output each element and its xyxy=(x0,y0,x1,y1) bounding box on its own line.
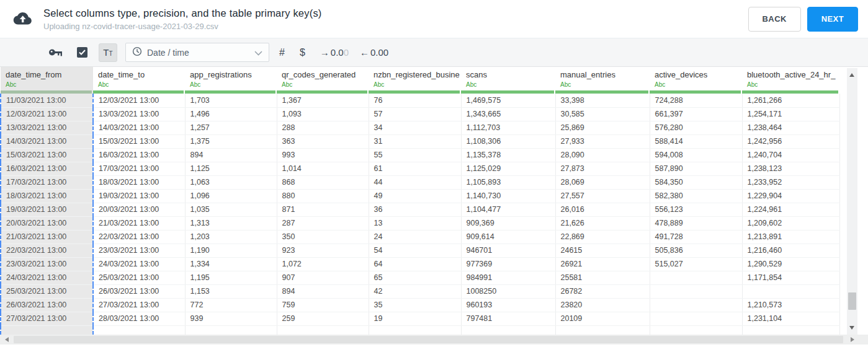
table-cell: 287 xyxy=(277,216,369,230)
table-cell: 25581 xyxy=(555,271,650,284)
table-cell: 1,229,904 xyxy=(742,189,839,203)
table-cell: 18/03/2021 13:00 xyxy=(1,189,93,203)
increase-precision-button[interactable]: →0.00 xyxy=(320,47,349,58)
decrease-precision-button[interactable]: ←0.00 xyxy=(360,47,388,58)
column-header-manual_entries[interactable]: manual_entriesAbc xyxy=(555,67,650,94)
column-type-badge: Abc xyxy=(655,81,742,88)
table-row: 16/03/2021 13:0017/03/2021 13:001,1251,0… xyxy=(1,162,839,175)
scroll-right-icon[interactable] xyxy=(851,337,854,342)
table-cell: 661,397 xyxy=(650,107,742,121)
column-type-select[interactable]: Date / time xyxy=(125,43,269,62)
table-row: 22/03/2021 13:0023/03/2021 13:001,190923… xyxy=(1,244,839,257)
column-type-badge: Abc xyxy=(466,81,555,88)
column-header-date_time_to[interactable]: date_time_toAbc xyxy=(93,67,185,94)
column-settings-toolbar: TT Date / time # $ →0.00 ←0.00 xyxy=(0,38,868,67)
table-cell: 22/03/2021 13:00 xyxy=(1,244,93,257)
column-name: scans xyxy=(466,70,555,79)
column-header-date_time_from[interactable]: date_time_fromAbc xyxy=(1,67,93,94)
table-cell: 1,313 xyxy=(185,216,277,230)
table-cell: 22,869 xyxy=(555,230,650,244)
table-cell: 17/03/2021 13:00 xyxy=(1,175,93,189)
table-cell: 909,614 xyxy=(461,230,555,244)
table-cell: 18/03/2021 13:00 xyxy=(93,175,185,189)
table-cell: 797481 xyxy=(461,312,555,325)
data-preview-table-wrap: date_time_fromAbcdate_time_toAbcapp_regi… xyxy=(0,67,868,335)
vertical-scrollbar[interactable] xyxy=(847,68,857,335)
table-cell: 26/03/2021 13:00 xyxy=(1,298,93,312)
table-cell: 19 xyxy=(369,312,461,325)
table-cell: 1,233,952 xyxy=(742,175,839,189)
table-cell: 21/03/2021 13:00 xyxy=(93,216,185,230)
table-cell xyxy=(555,325,650,335)
table-cell: 1,240,704 xyxy=(742,148,839,162)
table-cell xyxy=(369,325,461,335)
horizontal-scrollbar[interactable] xyxy=(0,335,868,345)
table-cell: 907 xyxy=(277,271,369,284)
table-row: 15/03/2021 13:0016/03/2021 13:0089499355… xyxy=(1,148,839,162)
table-cell: 576,280 xyxy=(650,121,742,134)
table-cell: 35 xyxy=(369,298,461,312)
table-cell: 894 xyxy=(185,148,277,162)
column-underline xyxy=(369,90,460,94)
scroll-up-icon[interactable] xyxy=(849,73,854,77)
table-cell: 54 xyxy=(369,244,461,257)
table-cell: 1,254,171 xyxy=(742,107,839,121)
text-type-button[interactable]: TT xyxy=(99,43,117,62)
table-cell xyxy=(650,325,742,335)
number-type-button[interactable]: # xyxy=(279,47,285,58)
column-header-nzbn_registered_busine[interactable]: nzbn_registered_busineAbc xyxy=(369,67,461,94)
horizontal-scrollbar-thumb[interactable] xyxy=(14,336,843,343)
column-underline xyxy=(185,90,275,94)
column-type-badge: Abc xyxy=(282,81,369,88)
table-cell: 33,398 xyxy=(555,94,650,107)
column-name: app_registrations xyxy=(190,70,277,79)
table-row: 14/03/2021 13:0015/03/2021 13:001,375363… xyxy=(1,134,839,148)
column-header-qr_codes_generated[interactable]: qr_codes_generatedAbc xyxy=(277,67,369,94)
upload-status: Uploading nz-covid-tracer-usage-2021-03-… xyxy=(43,22,322,31)
next-button[interactable]: NEXT xyxy=(807,7,858,32)
currency-type-button[interactable]: $ xyxy=(300,47,305,58)
table-cell: 1,140,730 xyxy=(461,189,555,203)
table-cell: 42 xyxy=(369,284,461,298)
scroll-left-icon[interactable] xyxy=(5,337,9,342)
table-cell: 1,231,104 xyxy=(742,312,839,325)
table-cell: 27,873 xyxy=(555,162,650,175)
column-header-scans[interactable]: scansAbc xyxy=(461,67,555,94)
table-cell: 26921 xyxy=(555,257,650,271)
table-cell: 960193 xyxy=(461,298,555,312)
table-cell xyxy=(1,325,93,335)
table-cell: 582,380 xyxy=(650,189,742,203)
table-cell: 759 xyxy=(277,298,369,312)
vertical-scrollbar-thumb[interactable] xyxy=(848,292,856,310)
table-cell: 76 xyxy=(369,94,461,107)
table-cell: 55 xyxy=(369,148,461,162)
table-cell: 1,190 xyxy=(185,244,277,257)
table-cell: 1,210,573 xyxy=(742,298,839,312)
table-row: 19/03/2021 13:0020/03/2021 13:001,035871… xyxy=(1,203,839,216)
table-cell: 13/03/2021 13:00 xyxy=(93,107,185,121)
table-cell: 1,203 xyxy=(185,230,277,244)
table-cell: 1,367 xyxy=(277,94,369,107)
column-header-active_devices[interactable]: active_devicesAbc xyxy=(650,67,742,94)
table-cell xyxy=(742,325,839,335)
table-cell: 20/03/2021 13:00 xyxy=(1,216,93,230)
table-cell: 977369 xyxy=(461,257,555,271)
table-cell: 21,626 xyxy=(555,216,650,230)
table-cell: 1,125,029 xyxy=(461,162,555,175)
table-cell: 259 xyxy=(277,312,369,325)
primary-key-icon[interactable] xyxy=(48,48,63,57)
include-column-checkbox[interactable] xyxy=(77,47,87,58)
table-cell: 14/03/2021 13:00 xyxy=(1,134,93,148)
table-cell: 27/03/2021 13:00 xyxy=(1,312,93,325)
table-cell: 1,216,460 xyxy=(742,244,839,257)
table-cell: 1,213,891 xyxy=(742,230,839,244)
chevron-down-icon xyxy=(254,47,262,58)
column-name: date_time_from xyxy=(6,70,93,79)
scroll-down-icon[interactable] xyxy=(849,326,854,330)
column-header-bluetooth_active_24_hr_[interactable]: bluetooth_active_24_hr_Abc xyxy=(742,67,839,94)
table-cell: 556,123 xyxy=(650,203,742,216)
column-header-app_registrations[interactable]: app_registrationsAbc xyxy=(185,67,277,94)
back-button[interactable]: BACK xyxy=(748,7,801,32)
table-cell xyxy=(93,325,185,335)
table-cell: 1,093 xyxy=(277,107,369,121)
